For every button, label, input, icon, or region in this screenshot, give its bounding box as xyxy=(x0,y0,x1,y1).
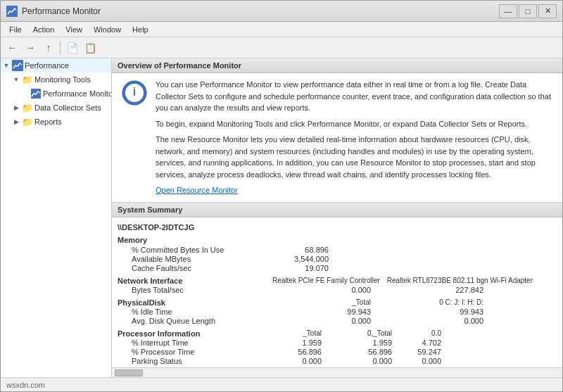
proc-label-2: % Processor Time xyxy=(118,348,272,356)
nic1-name: Realtek PCIe FE Family Controller xyxy=(272,277,387,285)
h-scrollbar[interactable] xyxy=(112,367,562,377)
menu-file[interactable]: File xyxy=(4,23,27,37)
disk-val-1-2: 99.943 xyxy=(378,308,483,316)
summary-content[interactable]: \\DESKTOP-2IDTCJG Memory % Committed Byt… xyxy=(112,217,562,368)
tree-node-reports[interactable]: ▶ 📁 Reports xyxy=(1,115,111,129)
properties-button[interactable]: 📋 xyxy=(82,39,99,56)
network-category: Network Interface xyxy=(118,277,272,285)
mem-val-1: 68.896 xyxy=(272,246,343,254)
expand-icon: ▼ xyxy=(2,61,11,70)
proc-row-1: % Interrupt Time 1.959 1.959 4.702 xyxy=(118,339,557,347)
system-summary-section: System Summary \\DESKTOP-2IDTCJG Memory … xyxy=(112,203,562,378)
tree-panel: ▼ Performance ▼ 📁 Monitoring Tools ▶ xyxy=(1,58,112,377)
computer-name: \\DESKTOP-2IDTCJG xyxy=(118,223,557,232)
window-title: Performance Monitor xyxy=(22,6,499,16)
folder-icon-reports: 📁 xyxy=(22,116,33,127)
processor-category: Processor Information xyxy=(118,329,272,338)
net-val-1: 0.000 xyxy=(272,286,378,294)
menu-bar: File Action View Window Help xyxy=(1,22,562,37)
disk-row-1: % Idle Time 99.943 99.943 xyxy=(118,308,557,316)
mem-label-2: Available MBytes xyxy=(118,255,272,263)
net-label-1: Bytes Total/sec xyxy=(118,286,272,294)
h-scroll-thumb[interactable] xyxy=(115,369,143,377)
main-content: ▼ Performance ▼ 📁 Monitoring Tools ▶ xyxy=(1,58,562,377)
overview-section: Overview of Performance Monitor i You ca… xyxy=(112,58,562,203)
toolbar-separator xyxy=(60,42,61,54)
tree-label-monitoring-tools: Monitoring Tools xyxy=(34,75,91,84)
proc-val-1-2: 1.959 xyxy=(329,339,399,347)
forward-button[interactable]: → xyxy=(22,39,39,56)
network-header-row: Network Interface Realtek PCIe FE Family… xyxy=(118,277,557,285)
app-icon xyxy=(6,6,18,17)
proc-val-1-3: 4.702 xyxy=(399,339,441,347)
minimize-button[interactable]: — xyxy=(499,4,517,18)
nic2-name: Realtek RTL8723BE 802.11 bgn Wi-Fi Adapt… xyxy=(387,277,533,285)
overview-paragraph2: To begin, expand Monitoring Tools and cl… xyxy=(156,118,554,130)
net-val-2: 227.842 xyxy=(378,286,483,294)
tree-node-monitoring-tools[interactable]: ▼ 📁 Monitoring Tools xyxy=(1,72,111,87)
window-controls: — □ ✕ xyxy=(499,4,557,18)
memory-row-3: Cache Faults/sec 19.070 xyxy=(118,264,557,272)
disk-row-2: Avg. Disk Queue Length 0.000 0.000 xyxy=(118,317,557,325)
menu-window[interactable]: Window xyxy=(88,23,127,37)
proc-val-3-2: 0.000 xyxy=(329,357,399,365)
title-bar: Performance Monitor — □ ✕ xyxy=(1,1,562,22)
proc-val-3-1: 0.000 xyxy=(272,357,329,365)
overview-header: Overview of Performance Monitor xyxy=(112,58,562,73)
proc-col3: 0.0 xyxy=(399,329,441,338)
tree-label-perf-monitor: Performance Monitor xyxy=(43,89,112,98)
tree-label-data-collector: Data Collector Sets xyxy=(34,103,101,112)
performance-icon xyxy=(12,60,23,71)
main-window: Performance Monitor — □ ✕ File Action Vi… xyxy=(0,0,563,392)
proc-val-2-3: 59.247 xyxy=(399,348,441,356)
maximize-button[interactable]: □ xyxy=(519,4,537,18)
network-row-1: Bytes Total/sec 0.000 227.842 xyxy=(118,286,557,294)
up-button[interactable]: ↑ xyxy=(40,39,57,56)
proc-val-1-1: 1.959 xyxy=(272,339,329,347)
expand-icon-data-collector: ▶ xyxy=(12,103,20,112)
mem-label-1: % Committed Bytes In Use xyxy=(118,246,272,254)
system-summary-header: System Summary xyxy=(112,203,562,217)
memory-category: Memory xyxy=(118,236,557,244)
disk-label-2: Avg. Disk Queue Length xyxy=(118,317,272,325)
memory-row-1: % Committed Bytes In Use 68.896 xyxy=(118,246,557,254)
mem-val-2: 3,544,000 xyxy=(272,255,343,263)
proc-val-2-1: 56.896 xyxy=(272,348,329,356)
proc-val-3-3: 0.000 xyxy=(399,357,441,365)
open-resource-monitor-link[interactable]: Open Resource Monitor xyxy=(156,186,238,194)
proc-label-1: % Interrupt Time xyxy=(118,339,272,347)
new-button[interactable]: 📄 xyxy=(63,39,80,56)
menu-action[interactable]: Action xyxy=(27,23,61,37)
tree-label-performance: Performance xyxy=(25,61,69,70)
disk-val-2-1: 0.000 xyxy=(272,317,378,325)
proc-row-2: % Processor Time 56.896 56.896 59.247 xyxy=(118,348,557,356)
overview-body: i You can use Performance Monitor to vie… xyxy=(112,73,562,202)
proc-col1: _Total xyxy=(272,329,329,338)
overview-paragraph1: You can use Performance Monitor to view … xyxy=(156,79,554,114)
processor-header-row: Processor Information _Total 0,_Total 0.… xyxy=(118,329,557,338)
proc-val-2-2: 56.896 xyxy=(329,348,399,356)
overview-icon: i xyxy=(120,79,148,107)
tree-node-data-collector[interactable]: ▶ 📁 Data Collector Sets xyxy=(1,101,111,115)
proc-col2: 0,_Total xyxy=(329,329,399,338)
folder-icon-data-collector: 📁 xyxy=(22,102,33,113)
disk-val-2-2: 0.000 xyxy=(378,317,483,325)
toolbar: ← → ↑ 📄 📋 xyxy=(1,37,562,58)
close-button[interactable]: ✕ xyxy=(538,4,557,18)
overview-paragraph3: The new Resource Monitor lets you view d… xyxy=(156,134,554,180)
physical-disk-category: PhysicalDisk xyxy=(118,298,272,307)
back-button[interactable]: ← xyxy=(4,39,20,56)
proc-label-3: Parking Status xyxy=(118,357,272,365)
disk-label-1: % Idle Time xyxy=(118,308,272,316)
svg-text:i: i xyxy=(133,86,136,98)
tree-node-perf-monitor[interactable]: ▶ Performance Monitor xyxy=(1,87,111,101)
physical-disk-header-row: PhysicalDisk _Total 0 C: J: I: H: D: xyxy=(118,298,557,307)
menu-view[interactable]: View xyxy=(60,23,88,37)
chart-icon-perf-monitor xyxy=(30,88,42,99)
mem-label-3: Cache Faults/sec xyxy=(118,264,272,272)
mem-val-3: 19.070 xyxy=(272,264,343,272)
tree-node-performance[interactable]: ▼ Performance xyxy=(1,58,111,72)
menu-help[interactable]: Help xyxy=(127,23,154,37)
tree-label-reports: Reports xyxy=(34,118,62,126)
expand-icon-reports: ▶ xyxy=(12,118,20,126)
